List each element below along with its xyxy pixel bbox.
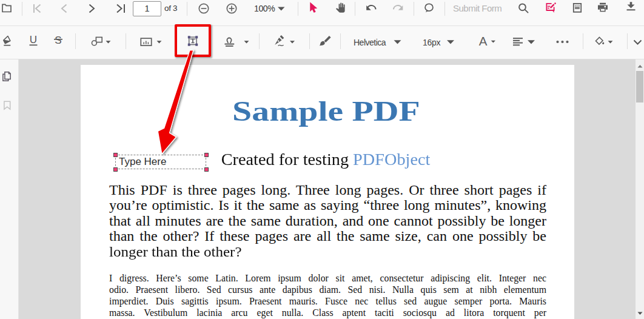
- svg-text:A: A: [479, 34, 488, 48]
- svg-text:U: U: [30, 34, 37, 45]
- svg-text:S: S: [55, 35, 61, 46]
